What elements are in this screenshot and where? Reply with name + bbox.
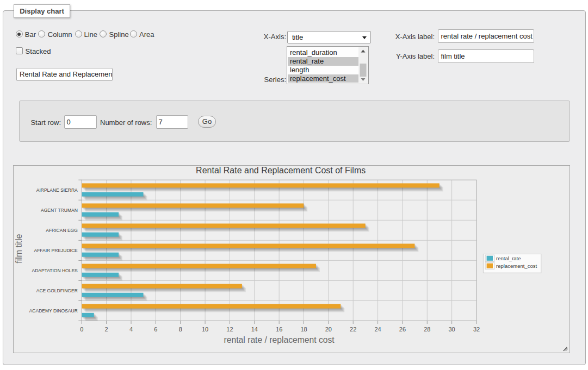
svg-text:AFRICAN EGG: AFRICAN EGG [46,228,78,233]
svg-text:16: 16 [276,326,282,333]
svg-text:Rental Rate and Replacement Co: Rental Rate and Replacement Cost of Film… [196,166,366,175]
svg-text:18: 18 [300,326,307,333]
svg-text:4: 4 [129,326,133,333]
svg-text:ADAPTATION HOLES: ADAPTATION HOLES [32,268,78,273]
svg-text:rental rate / replacement cost: rental rate / replacement cost [224,335,335,344]
svg-text:AFFAIR PREJUDICE: AFFAIR PREJUDICE [34,248,78,253]
svg-text:rental_rate: rental_rate [496,255,521,261]
svg-text:replacement_cost: replacement_cost [496,263,537,269]
svg-text:ACE GOLDFINGER: ACE GOLDFINGER [36,288,78,293]
svg-text:6: 6 [154,326,157,333]
svg-text:film title: film title [15,234,24,263]
svg-text:AGENT TRUMAN: AGENT TRUMAN [41,208,78,213]
svg-text:24: 24 [374,326,381,333]
svg-text:22: 22 [350,326,356,333]
svg-text:28: 28 [424,326,430,333]
svg-text:8: 8 [179,326,182,333]
svg-text:14: 14 [251,326,258,333]
svg-text:30: 30 [449,326,455,333]
svg-text:26: 26 [399,326,406,333]
svg-text:0: 0 [80,326,83,333]
svg-text:12: 12 [226,326,233,333]
svg-text:10: 10 [202,326,208,333]
svg-text:AIRPLANE SIERRA: AIRPLANE SIERRA [36,187,78,193]
svg-text:2: 2 [105,326,108,333]
svg-text:ACADEMY DINOSAUR: ACADEMY DINOSAUR [29,308,78,313]
svg-text:32: 32 [473,326,480,333]
svg-text:20: 20 [325,326,332,333]
